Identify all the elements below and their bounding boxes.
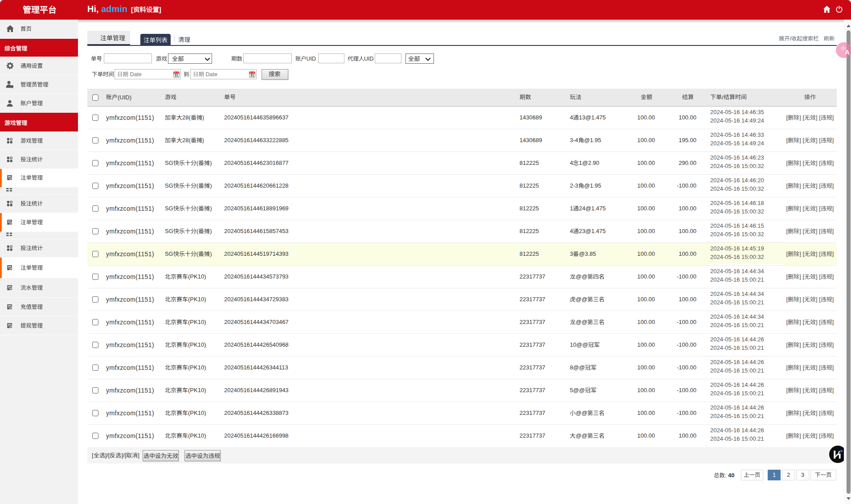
svg-text:31: 31 [174, 74, 179, 78]
svg-text:31: 31 [250, 74, 254, 78]
